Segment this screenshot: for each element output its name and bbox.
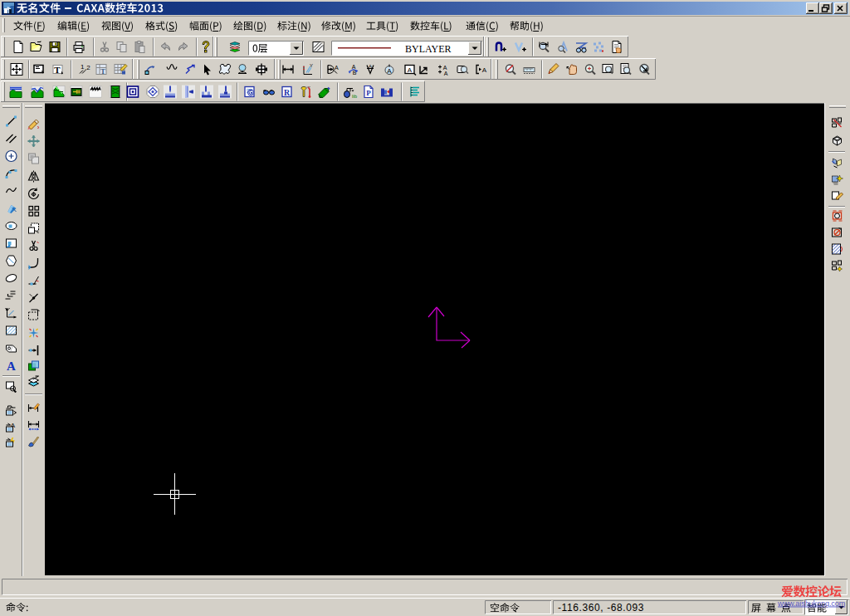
svg-text:P: P	[366, 89, 371, 97]
svg-text:A: A	[7, 359, 16, 373]
svg-text:A: A	[387, 67, 392, 75]
svg-text:T: T	[100, 67, 105, 76]
svg-text:,2: ,2	[85, 64, 90, 71]
svg-text:Y: Y	[310, 63, 313, 68]
svg-text:A: A	[352, 64, 356, 70]
svg-text:A: A	[444, 71, 448, 76]
svg-text:A: A	[443, 65, 447, 71]
svg-text:A: A	[408, 66, 413, 74]
svg-text:BYLAYER: BYLAYER	[405, 43, 452, 55]
svg-text:A: A	[369, 64, 372, 69]
svg-text:lib: lib	[352, 94, 358, 99]
svg-text:A: A	[482, 66, 487, 74]
svg-text:R: R	[284, 88, 291, 97]
svg-text:-116.360, -68.093: -116.360, -68.093	[558, 602, 644, 614]
svg-text:T: T	[54, 65, 61, 75]
svg-text:A: A	[335, 65, 339, 71]
